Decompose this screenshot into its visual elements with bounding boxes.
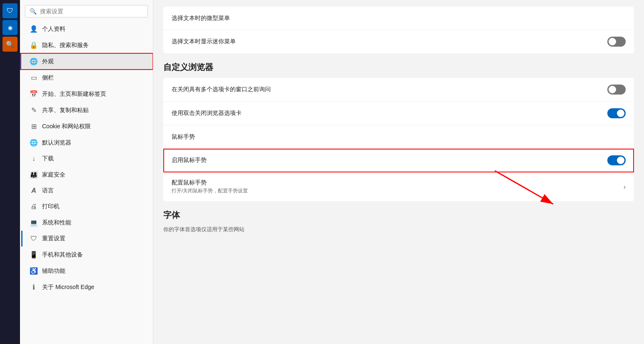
- double-click-close-label: 使用双击关闭浏览器选项卡: [172, 110, 242, 117]
- text-selection-card: 选择文本时的微型菜单 选择文本时显示迷你菜单: [163, 7, 634, 53]
- sidebar-item-printing-label: 打印机: [42, 203, 60, 210]
- system-icon: 💻: [30, 219, 38, 227]
- sidebar-item-reset[interactable]: 🛡 重置设置: [20, 231, 153, 247]
- configure-mouse-gesture-row[interactable]: 配置鼠标手势 打开/关闭鼠标手势，配置手势设置 ›: [163, 172, 634, 201]
- fonts-section: 字体 你的字体首选项仅适用于某些网站: [163, 209, 634, 233]
- sidebar-item-about[interactable]: ℹ 关于 Microsoft Edge: [20, 279, 153, 295]
- close-multiple-tabs-slider: [607, 85, 626, 95]
- main-content: 选择文本时的微型菜单 选择文本时显示迷你菜单 自定义浏览器 在关闭具有多个选项卡…: [153, 0, 644, 344]
- language-icon: A: [30, 187, 38, 194]
- sidebar-item-accessibility-label: 辅助功能: [42, 267, 65, 275]
- sidebar-item-mobile-label: 手机和其他设备: [42, 251, 83, 259]
- sidebar-item-downloads-label: 下载: [42, 155, 54, 162]
- defaultbrowser-icon: 🌐: [30, 139, 38, 147]
- sidebar-item-system[interactable]: 💻 系统和性能: [20, 214, 153, 231]
- close-multiple-tabs-row: 在关闭具有多个选项卡的窗口之前询问: [163, 78, 634, 102]
- icon-strip: 🛡 ◉ 🔍: [0, 0, 20, 344]
- sidebar-item-appearance-label: 外观: [42, 58, 54, 65]
- sidebar-item-profile[interactable]: 👤 个人资料: [20, 21, 153, 37]
- configure-mouse-gesture-content: 配置鼠标手势 打开/关闭鼠标手势，配置手势设置: [172, 179, 248, 194]
- show-mini-menu-label: 选择文本时显示迷你菜单: [172, 38, 236, 45]
- search-input[interactable]: [40, 8, 143, 15]
- enable-mouse-gesture-toggle[interactable]: [607, 155, 626, 165]
- sidebar-item-downloads[interactable]: ↓ 下载: [20, 151, 153, 167]
- configure-mouse-gesture-label: 配置鼠标手势: [172, 179, 248, 187]
- text-selection-section: 选择文本时的微型菜单 选择文本时显示迷你菜单: [163, 7, 634, 53]
- downloads-icon: ↓: [30, 155, 38, 162]
- icon-strip-shield[interactable]: 🛡: [2, 3, 17, 18]
- mouse-gesture-section-label: 鼠标手势: [172, 133, 195, 141]
- configure-mouse-gesture-chevron: ›: [624, 183, 626, 191]
- double-click-close-slider: [607, 108, 626, 118]
- reset-icon: 🛡: [30, 235, 38, 242]
- sidebar-item-defaultbrowser[interactable]: 🌐 默认浏览器: [20, 135, 153, 151]
- sidebar-item-familysafety-label: 家庭安全: [42, 171, 65, 179]
- show-mini-menu-toggle[interactable]: [607, 37, 626, 47]
- sidebar-item-sidebar-label: 侧栏: [42, 74, 54, 82]
- customize-browser-section: 自定义浏览器 在关闭具有多个选项卡的窗口之前询问 使用双击关闭浏览器选项卡: [163, 62, 634, 201]
- sidebar-item-printing[interactable]: 🖨 打印机: [20, 199, 153, 214]
- familysafety-icon: 👨‍👩‍👧: [30, 171, 38, 179]
- enable-mouse-gesture-label: 启用鼠标手势: [172, 157, 207, 164]
- accessibility-icon: ♿: [30, 267, 38, 275]
- sidebar-item-defaultbrowser-label: 默认浏览器: [42, 139, 71, 147]
- sidebar-item-profile-label: 个人资料: [42, 25, 65, 33]
- sidebar-item-privacy-label: 隐私、搜索和服务: [42, 42, 89, 49]
- sidebar-item-startpage[interactable]: 📅 开始、主页和新建标签页: [20, 86, 153, 102]
- sidebar-item-cookies[interactable]: ⊞ Cookie 和网站权限: [20, 118, 153, 135]
- show-mini-menu-row: 选择文本时显示迷你菜单: [163, 30, 634, 53]
- sidebar-item-startpage-label: 开始、主页和新建标签页: [42, 90, 106, 98]
- content-wrapper: 选择文本时的微型菜单 选择文本时显示迷你菜单 自定义浏览器 在关闭具有多个选项卡…: [153, 0, 644, 344]
- search-icon: 🔍: [30, 8, 37, 15]
- sidebar-item-share-label: 共享、复制和粘贴: [42, 107, 89, 114]
- sidebar-item-reset-label: 重置设置: [42, 235, 65, 242]
- sidebar-item-mobile[interactable]: 📱 手机和其他设备: [20, 247, 153, 263]
- double-click-close-toggle[interactable]: [607, 108, 626, 118]
- select-text-mini-menu-row: 选择文本时的微型菜单: [163, 7, 634, 30]
- sidebar-item-share[interactable]: ✎ 共享、复制和粘贴: [20, 102, 153, 118]
- customize-browser-header: 自定义浏览器: [163, 62, 634, 73]
- sidebar: 🔍 👤 个人资料 🔒 隐私、搜索和服务 🌐 外观 ▭ 侧栏 📅 开始、主页和新建…: [20, 0, 153, 344]
- close-multiple-tabs-toggle[interactable]: [607, 85, 626, 95]
- sidebar-item-language[interactable]: A 语言: [20, 183, 153, 199]
- select-text-mini-menu-label: 选择文本时的微型菜单: [172, 15, 230, 22]
- configure-mouse-gesture-sublabel: 打开/关闭鼠标手势，配置手势设置: [172, 187, 248, 194]
- sidebar-item-sidebar[interactable]: ▭ 侧栏: [20, 70, 153, 86]
- close-multiple-tabs-label: 在关闭具有多个选项卡的窗口之前询问: [172, 86, 271, 93]
- sidebar-icon: ▭: [30, 74, 38, 82]
- double-click-close-row: 使用双击关闭浏览器选项卡: [163, 102, 634, 125]
- customize-browser-card: 在关闭具有多个选项卡的窗口之前询问 使用双击关闭浏览器选项卡: [163, 78, 634, 201]
- fonts-subtext: 你的字体首选项仅适用于某些网站: [163, 226, 634, 233]
- show-mini-menu-slider: [607, 37, 626, 47]
- share-icon: ✎: [30, 106, 38, 114]
- privacy-icon: 🔒: [30, 41, 38, 49]
- sidebar-item-familysafety[interactable]: 👨‍👩‍👧 家庭安全: [20, 167, 153, 183]
- mobile-icon: 📱: [30, 251, 38, 259]
- icon-strip-search[interactable]: 🔍: [2, 37, 17, 52]
- profile-icon: 👤: [30, 25, 38, 33]
- startpage-icon: 📅: [30, 90, 38, 98]
- sidebar-item-accessibility[interactable]: ♿ 辅助功能: [20, 263, 153, 279]
- printing-icon: 🖨: [30, 203, 38, 210]
- fonts-header: 字体: [163, 209, 634, 221]
- sidebar-item-system-label: 系统和性能: [42, 219, 71, 227]
- enable-mouse-gesture-slider: [607, 155, 626, 165]
- sidebar-item-privacy[interactable]: 🔒 隐私、搜索和服务: [20, 37, 153, 53]
- cookies-icon: ⊞: [30, 122, 38, 130]
- sidebar-item-cookies-label: Cookie 和网站权限: [42, 123, 91, 130]
- enable-mouse-gesture-row: 启用鼠标手势: [163, 149, 634, 172]
- search-box[interactable]: 🔍: [25, 5, 148, 17]
- mouse-gesture-section-row: 鼠标手势: [163, 125, 634, 149]
- sidebar-item-appearance[interactable]: 🌐 外观: [20, 53, 153, 70]
- about-icon: ℹ: [30, 283, 38, 291]
- icon-strip-edge[interactable]: ◉: [2, 20, 17, 35]
- sidebar-item-about-label: 关于 Microsoft Edge: [42, 284, 94, 291]
- appearance-icon: 🌐: [30, 57, 38, 65]
- sidebar-item-language-label: 语言: [42, 187, 54, 194]
